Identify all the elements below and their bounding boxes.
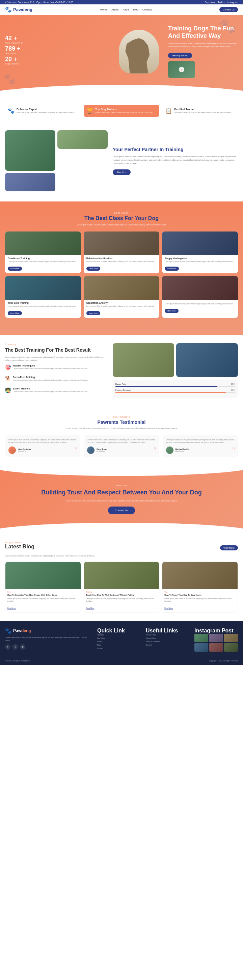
twitter-link[interactable]: Twitter bbox=[218, 1, 225, 3]
class-desc-3: Lorem ipsum dolor sit amet, consectetuer… bbox=[165, 261, 235, 263]
nav-home[interactable]: Home bbox=[100, 8, 107, 11]
footer-bottom: Created & Designed by Jegtheme Copyright… bbox=[5, 657, 238, 662]
footer-link-privacy[interactable]: Privacy Policy bbox=[146, 634, 189, 636]
footer-link-about[interactable]: About Us bbox=[97, 634, 141, 636]
footer-quick-links-title: Quick Link bbox=[97, 628, 141, 634]
nav-page[interactable]: Page bbox=[122, 8, 129, 11]
class-title-1: Obedience Training bbox=[8, 257, 78, 259]
testimonial-description: Lorem ipsum dolor sit amet, consectetuer… bbox=[54, 427, 189, 430]
read-more-1[interactable]: Read More bbox=[8, 607, 16, 609]
feature-3-text: Certified Trainer Lorem ipsum dolor sit … bbox=[174, 108, 232, 114]
instagram-thumb-1[interactable] bbox=[194, 634, 208, 642]
quote-mark-3: " bbox=[232, 445, 235, 455]
stat-3-number: 20 + bbox=[5, 56, 19, 63]
hero-content: 42 + Years of Experience 789 + Dog Train… bbox=[5, 25, 238, 78]
hero-section: 🐾 🐾 42 + Years of Experience 789 + Dog T… bbox=[0, 15, 243, 98]
class-learn-btn-6[interactable]: More More bbox=[165, 309, 178, 313]
footer: 🐾 Pawdeng Lorem ipsum dolor sit amet, co… bbox=[0, 621, 243, 665]
facebook-link[interactable]: Facebook bbox=[205, 1, 215, 3]
class-body-3: Puppy Kindergarten Lorem ipsum dolor sit… bbox=[162, 255, 238, 270]
instagram-thumb-3[interactable] bbox=[224, 634, 238, 642]
footer-about-block: 🐾 Pawdeng Lorem ipsum dolor sit amet, co… bbox=[5, 628, 92, 652]
footer-link-pricing[interactable]: Pricing bbox=[97, 641, 141, 643]
class-desc-2: Lorem ipsum dolor sit amet, consectetuer… bbox=[86, 261, 157, 263]
feature-item-1: 🐾 Behavior Expert Lorem ipsum dolor sit … bbox=[5, 105, 80, 117]
class-title-3: Puppy Kindergarten bbox=[165, 257, 235, 259]
progress-bar-1 bbox=[116, 386, 235, 387]
instagram-thumb-6[interactable] bbox=[224, 643, 238, 652]
cta-wave-bottom bbox=[0, 523, 243, 533]
force-free-icon: 🐕 bbox=[5, 376, 11, 381]
blog-label: Blog & News bbox=[5, 541, 238, 544]
instagram-thumb-4[interactable] bbox=[194, 643, 208, 652]
training-feature-3-title: Expert Trainers bbox=[13, 387, 88, 390]
footer-link-blog[interactable]: Blog bbox=[97, 644, 141, 646]
hero-wave-decoration bbox=[0, 85, 243, 98]
footer-useful-links-list: Privacy Policy Cookie Policy Terms & Con… bbox=[146, 634, 189, 646]
training-feature-2-text: Force-Free Training Lorem ipsum dolor si… bbox=[13, 376, 88, 385]
blog-tag-3: Tips bbox=[164, 591, 235, 593]
class-learn-btn-3[interactable]: Learn More bbox=[165, 267, 179, 270]
footer-about-text: Lorem ipsum dolor sit amet, consectetuer… bbox=[5, 636, 92, 641]
hero-dog-image-block bbox=[110, 30, 168, 73]
nav-blog[interactable]: Blog bbox=[133, 8, 138, 11]
class-learn-btn-1[interactable]: Learn More bbox=[8, 267, 22, 270]
class-desc-1: Lorem ipsum dolor sit amet, consectetuer… bbox=[8, 261, 78, 263]
hero-video-thumbnail[interactable]: ▶ bbox=[168, 61, 195, 78]
class-learn-btn-4[interactable]: Learn More bbox=[8, 311, 22, 315]
footer-link-support[interactable]: Support bbox=[146, 644, 189, 646]
footer-instagram-icon[interactable]: in bbox=[20, 644, 25, 650]
class-learn-btn-2[interactable]: Learn More bbox=[86, 267, 100, 270]
testimonial-title: Pawrents Testimonial bbox=[5, 420, 238, 425]
instagram-thumb-5[interactable] bbox=[209, 643, 223, 652]
read-more-2[interactable]: Read More bbox=[86, 607, 94, 609]
class-learn-btn-5[interactable]: Learn More bbox=[86, 311, 100, 315]
training-images bbox=[113, 343, 238, 377]
modern-techniques-icon: 🎯 bbox=[5, 364, 11, 370]
training-description: Lorem ipsum dolor sit amet, consectetuer… bbox=[5, 356, 108, 362]
footer-facebook-icon[interactable]: f bbox=[5, 644, 11, 650]
footer-social-links: f t in bbox=[5, 644, 92, 650]
view-more-button[interactable]: View More bbox=[220, 545, 238, 550]
nav-contact-button[interactable]: Contact Us bbox=[219, 7, 238, 12]
cta-button[interactable]: Contact Us bbox=[108, 506, 135, 514]
partner-images bbox=[5, 130, 108, 191]
footer-link-contact[interactable]: Contact bbox=[97, 647, 141, 649]
testimonial-section: Testimonials Pawrents Testimonial Lorem … bbox=[0, 407, 243, 466]
instagram-thumb-2[interactable] bbox=[209, 634, 223, 642]
read-more-3[interactable]: Read More bbox=[164, 607, 173, 609]
footer-link-terms[interactable]: Terms & Conditions bbox=[146, 641, 189, 643]
cta-content: Services Building Trust And Respect Betw… bbox=[5, 477, 238, 521]
testimonial-card-3: Lorem ipsum dolor sit amet, consectetuer… bbox=[163, 435, 238, 457]
progress-name-1: Happy Pets bbox=[116, 383, 126, 385]
blog-card-3: Tips How To Teach Your Dog To Drop Items… bbox=[162, 562, 238, 612]
feature-2-text: Top Dog Trainers Lorem ipsum dolor sit a… bbox=[95, 108, 153, 114]
about-us-button[interactable]: About Us bbox=[113, 169, 130, 175]
cta-wave-top bbox=[0, 466, 243, 476]
nav-contact[interactable]: Contact bbox=[143, 8, 152, 11]
testimonial-role-1: Dog Owner bbox=[18, 450, 31, 452]
hero-stat-1: 42 + Years of Experience bbox=[5, 35, 110, 44]
navbar: 🐾 Pawdeng Home About Page Blog Contact C… bbox=[0, 5, 243, 15]
footer-created-by: Created & Designed by Jegtheme bbox=[5, 660, 30, 662]
instagram-link[interactable]: Instagram bbox=[227, 1, 238, 3]
footer-link-team[interactable]: Our Team bbox=[97, 637, 141, 639]
progress-value-1: 85% bbox=[231, 383, 235, 385]
footer-grid: 🐾 Pawdeng Lorem ipsum dolor sit amet, co… bbox=[5, 628, 238, 652]
footer-instagram-block: Instagram Post bbox=[194, 628, 238, 652]
stat-1-number: 42 + bbox=[5, 35, 23, 42]
class-card-2: Behaviour Modification Lorem ipsum dolor… bbox=[84, 232, 160, 274]
hero-description: Lorem ipsum dolor sit amet, consectetuer… bbox=[168, 42, 238, 48]
footer-instagram-title: Instagram Post bbox=[194, 628, 238, 634]
partner-title: Your Perfect Partner In Training bbox=[113, 146, 238, 153]
footer-link-cookie[interactable]: Cookie Policy bbox=[146, 637, 189, 639]
class-body-4: Trick Skill Training Lorem ipsum dolor s… bbox=[5, 300, 81, 315]
hero-text-block: Training Dogs The Fun And Effective Way … bbox=[168, 25, 238, 78]
nav-about[interactable]: About bbox=[111, 8, 119, 11]
testimonial-quote-2: Lorem ipsum dolor sit amet, consectetuer… bbox=[87, 438, 156, 444]
training-feature-3-desc: Lorem ipsum dolor sit amet, consectetuer… bbox=[13, 390, 88, 393]
footer-twitter-icon[interactable]: t bbox=[13, 644, 18, 650]
play-button-icon[interactable]: ▶ bbox=[179, 67, 184, 72]
partner-image-3 bbox=[5, 173, 56, 191]
hero-cta-button[interactable]: Getting Started bbox=[168, 52, 192, 58]
